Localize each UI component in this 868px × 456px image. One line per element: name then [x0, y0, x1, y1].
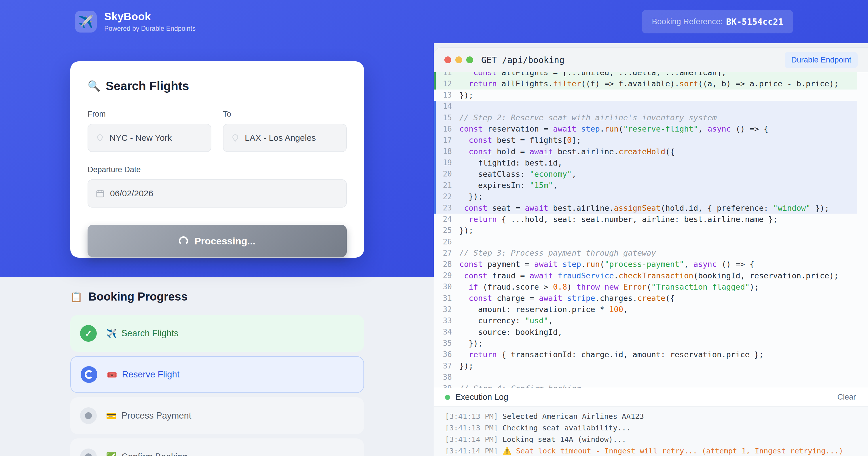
execution-log-header: Execution Log Clear	[434, 388, 868, 406]
from-field-group: From	[88, 110, 211, 152]
to-input-wrap	[223, 124, 347, 152]
code-line-23: 23 const seat = await best.airline.assig…	[434, 202, 857, 213]
warning-icon: ⚠️	[502, 447, 516, 455]
code-scroll-area[interactable]: 11 const allFlights = [...united, ...del…	[434, 72, 868, 388]
code-line-37: 37});	[434, 360, 857, 371]
step-emoji-icon: ✅	[106, 452, 117, 456]
code-line-31: 31 const charge = await stripe.charges.c…	[434, 292, 857, 304]
booking-reference-value: BK-5154cc21	[726, 17, 783, 27]
pending-circle-icon	[80, 449, 97, 456]
log-entry: [3:41:13 PM] Selected American Airlines …	[445, 411, 868, 422]
step-label: 💳Process Payment	[106, 411, 191, 421]
booking-progress-heading: 📋 Booking Progress	[70, 290, 187, 303]
code-line-30: 30 if (fraud.score > 0.8) throw new Erro…	[434, 281, 857, 292]
log-entry: [3:41:13 PM] Checking seat availability.…	[445, 422, 868, 433]
location-pin-icon	[231, 134, 240, 142]
code-line-34: 34 source: bookingId,	[434, 326, 857, 338]
code-line-25: 25});	[434, 225, 857, 236]
step-emoji-icon: 💳	[106, 411, 117, 421]
booking-reference-badge: Booking Reference: BK-5154cc21	[642, 10, 793, 33]
progress-step-reserve-flight: 🎟️Reserve Flight	[70, 356, 364, 393]
log-entry: [3:41:14 PM] ⚠️ Seat lock timeout - Inng…	[445, 445, 868, 456]
departure-date-label: Departure Date	[88, 165, 347, 174]
departure-date-input[interactable]	[110, 189, 339, 198]
code-line-35: 35 });	[434, 338, 857, 349]
code-line-18: 18 const hold = await best.airline.creat…	[434, 146, 857, 157]
code-line-11: 11 const allFlights = [...united, ...del…	[434, 72, 857, 78]
code-editor-panel: GET /api/booking Durable Endpoint 11 con…	[434, 47, 868, 456]
status-dot-icon	[445, 395, 450, 400]
code-line-19: 19 flightId: best.id,	[434, 157, 857, 168]
clipboard-icon: 📋	[70, 291, 82, 302]
progress-step-search-flights: ✓✈️Search Flights	[70, 315, 364, 352]
booking-progress-list: ✓✈️Search Flights🎟️Reserve Flight💳Proces…	[70, 315, 364, 456]
code-line-38: 38	[434, 371, 857, 383]
step-emoji-icon: ✈️	[106, 328, 117, 338]
search-flights-card: 🔍 Search Flights From To Departure Date	[70, 61, 364, 258]
code-line-28: 28const payment = await step.run("proces…	[434, 259, 857, 270]
to-field-group: To	[223, 110, 347, 152]
code-line-12: 12 return allFlights.filter((f) => f.ava…	[434, 78, 857, 89]
search-icon: 🔍	[88, 80, 100, 92]
code-line-39: 39// Step 4: Confirm booking	[434, 383, 857, 388]
app-title: SkyBook	[104, 11, 195, 23]
code-line-16: 16const reservation = await step.run("re…	[434, 123, 857, 134]
app-header: ✈️ SkyBook Powered by Durable Endpoints …	[0, 0, 868, 43]
code-line-13: 13});	[434, 90, 857, 101]
search-flights-title: Search Flights	[106, 79, 189, 93]
app-tagline: Powered by Durable Endpoints	[104, 25, 195, 33]
code-line-32: 32 amount: reservation.price * 100,	[434, 304, 857, 315]
code-line-36: 36 return { transactionId: charge.id, am…	[434, 349, 857, 360]
search-flights-heading: 🔍 Search Flights	[88, 79, 347, 93]
step-label: 🎟️Reserve Flight	[106, 369, 179, 380]
date-field-group: Departure Date	[88, 165, 347, 207]
code-line-14: 14	[434, 101, 857, 112]
code-line-26: 26	[434, 236, 857, 247]
code-line-15: 15// Step 2: Reserve seat with airline's…	[434, 112, 857, 123]
endpoint-title: GET /api/booking	[481, 55, 564, 65]
search-submit-button[interactable]: Processing...	[88, 225, 347, 257]
code-line-17: 17 const best = flights[0];	[434, 134, 857, 146]
step-emoji-icon: 🎟️	[106, 370, 117, 380]
loading-spinner-icon	[179, 236, 188, 246]
code-line-21: 21 expiresIn: "15m",	[434, 180, 857, 191]
log-entry: [3:41:14 PM] Locking seat 14A (window)..…	[445, 433, 868, 445]
code-line-33: 33 currency: "usd",	[434, 315, 857, 326]
maximize-window-icon	[466, 57, 473, 63]
from-input-wrap	[88, 124, 211, 152]
step-label: ✅Confirm Booking	[106, 452, 187, 456]
pending-circle-icon	[80, 408, 97, 424]
progress-step-confirm-booking: ✅Confirm Booking	[70, 438, 364, 456]
clear-log-button[interactable]: Clear	[837, 393, 856, 401]
from-label: From	[88, 110, 211, 119]
from-input[interactable]	[110, 133, 203, 143]
code-line-29: 29 const fraud = await fraudService.chec…	[434, 270, 857, 281]
durable-endpoint-badge[interactable]: Durable Endpoint	[785, 52, 858, 68]
booking-reference-label: Booking Reference:	[652, 17, 722, 26]
step-label: ✈️Search Flights	[106, 328, 179, 338]
check-circle-icon: ✓	[80, 325, 97, 342]
execution-log-title: Execution Log	[455, 392, 508, 402]
execution-log-list[interactable]: [3:41:13 PM] Selected American Airlines …	[434, 406, 868, 456]
booking-progress-title: Booking Progress	[88, 290, 187, 303]
code-line-22: 22 });	[434, 191, 857, 202]
calendar-icon	[96, 189, 105, 198]
brand: ✈️ SkyBook Powered by Durable Endpoints	[75, 11, 195, 33]
code-line-24: 24 return { ...hold, seat: seat.number, …	[434, 214, 857, 225]
progress-step-process-payment: 💳Process Payment	[70, 397, 364, 434]
location-pin-icon	[96, 134, 104, 142]
code-line-27: 27// Step 3: Process payment through gat…	[434, 247, 857, 259]
code-window-titlebar: GET /api/booking Durable Endpoint	[434, 48, 868, 72]
close-window-icon	[444, 57, 451, 63]
to-input[interactable]	[245, 133, 339, 143]
minimize-window-icon	[455, 57, 462, 63]
date-input-wrap	[88, 180, 347, 207]
window-traffic-lights	[444, 57, 473, 63]
spinner-circle-icon	[81, 366, 97, 383]
search-submit-label: Processing...	[194, 235, 255, 247]
airplane-logo-icon: ✈️	[75, 11, 97, 33]
to-label: To	[223, 110, 347, 119]
code-line-20: 20 seatClass: "economy",	[434, 168, 857, 180]
